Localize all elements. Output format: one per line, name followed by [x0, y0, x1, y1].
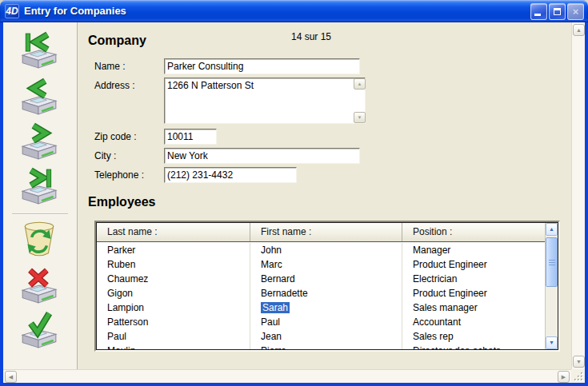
resize-grip[interactable]: [571, 369, 585, 383]
next-record-button[interactable]: [18, 121, 61, 161]
last-record-button[interactable]: [18, 166, 61, 206]
cell-first-name[interactable]: Bernard: [261, 273, 295, 285]
cell-position[interactable]: Manager: [413, 245, 450, 256]
cell-first-name[interactable]: Marc: [261, 259, 282, 270]
scrollbar-grip-icon: [549, 260, 555, 266]
cell-position[interactable]: Sales manager: [413, 302, 478, 313]
city-field[interactable]: [164, 148, 360, 164]
cell-last-name[interactable]: Parker: [107, 245, 135, 256]
cell-first-name[interactable]: Paul: [261, 316, 280, 328]
cell-first-name[interactable]: Pierre: [261, 345, 286, 349]
list-scrollbar[interactable]: ▲ ▼: [545, 223, 558, 349]
cell-last-name[interactable]: Chaumez: [107, 273, 148, 285]
zip-label: Zip code :: [94, 131, 137, 142]
delete-record-icon: [18, 219, 61, 259]
last-record-icon: [18, 166, 61, 206]
minimize-button[interactable]: [530, 3, 547, 20]
scroll-up-icon: ▲: [576, 27, 582, 33]
cell-last-name[interactable]: Lampion: [107, 302, 144, 313]
toolbar-separator: [12, 213, 68, 215]
scroll-down-icon: ▼: [576, 359, 582, 364]
cancel-record-icon: [18, 265, 61, 305]
window-body: Company 14 sur 15 Name : Address : 1266 …: [3, 22, 585, 383]
delete-record-button[interactable]: [18, 219, 61, 259]
address-field[interactable]: 1266 N Patterson St: [164, 78, 366, 124]
address-scroll-up-button[interactable]: ▲: [354, 78, 366, 90]
window-border-bottom: [0, 383, 588, 386]
table-row-clipped[interactable]: Moulin Pierre Directeur des achats: [97, 344, 545, 349]
scroll-left-icon: ◀: [9, 374, 13, 380]
cell-position[interactable]: Electrician: [413, 273, 457, 285]
column-header-first-name[interactable]: First name :: [250, 223, 402, 241]
table-row[interactable]: Ruben Marc Product Engineer: [97, 257, 545, 272]
maximize-button[interactable]: [549, 3, 566, 20]
window-scroll-down-button[interactable]: ▼: [573, 356, 585, 368]
table-row[interactable]: Paul Jean Sales rep: [97, 329, 545, 344]
window-scroll-left-button[interactable]: ◀: [5, 371, 17, 383]
window-border-right: [585, 22, 588, 383]
telephone-field[interactable]: [164, 167, 297, 183]
first-record-button[interactable]: [18, 30, 61, 70]
minimize-icon: [534, 14, 541, 16]
scroll-right-icon: ▶: [562, 374, 566, 380]
app-window: 4D Entry for Companies ×: [0, 0, 588, 386]
cell-last-name[interactable]: Ruben: [107, 259, 135, 270]
cell-first-name-selected[interactable]: Sarah: [261, 302, 290, 313]
cell-position[interactable]: Sales rep: [413, 331, 454, 342]
4d-logo-icon: 4D: [5, 4, 19, 18]
scroll-down-icon: ▼: [358, 115, 362, 120]
cell-last-name[interactable]: Paul: [107, 331, 126, 342]
scroll-down-icon: ▼: [549, 340, 554, 345]
cancel-record-button[interactable]: [18, 265, 61, 305]
first-record-icon: [18, 30, 61, 70]
record-counter: 14 sur 15: [291, 31, 331, 42]
table-row[interactable]: Parker John Manager: [97, 243, 545, 257]
window-scroll-right-button[interactable]: ▶: [558, 371, 570, 383]
address-scroll-down-button[interactable]: ▼: [354, 112, 366, 123]
window-vertical-scrollbar[interactable]: ▲ ▼: [571, 22, 585, 369]
table-row[interactable]: Chaumez Bernard Electrician: [97, 272, 545, 286]
window-scroll-up-button[interactable]: ▲: [573, 24, 585, 36]
maximize-icon: [554, 8, 561, 15]
cell-position[interactable]: Directeur des achats: [413, 345, 501, 349]
cell-first-name[interactable]: Bernadette: [261, 288, 308, 299]
name-label: Name :: [94, 61, 126, 72]
cell-first-name[interactable]: Jean: [261, 331, 282, 342]
record-toolbar: [3, 22, 78, 369]
previous-record-icon: [18, 77, 61, 117]
table-row-selected[interactable]: Lampion Sarah Sales manager: [97, 300, 545, 315]
scroll-up-icon: ▲: [549, 226, 554, 232]
table-row[interactable]: Gigon Bernadette Product Engineer: [97, 286, 545, 300]
name-field[interactable]: [164, 58, 360, 74]
table-row[interactable]: Patterson Paul Accountant: [97, 315, 545, 329]
list-scrollbar-thumb[interactable]: [546, 237, 558, 287]
close-icon: ×: [568, 6, 583, 18]
column-header-position[interactable]: Position :: [402, 223, 545, 241]
previous-record-button[interactable]: [18, 77, 61, 117]
employees-heading: Employees: [88, 195, 155, 209]
cell-last-name[interactable]: Patterson: [107, 316, 148, 328]
window-horizontal-scrollbar[interactable]: ◀ ▶: [3, 369, 571, 383]
next-record-icon: [18, 121, 61, 161]
column-header-last-name[interactable]: Last name :: [97, 223, 250, 241]
city-label: City :: [94, 150, 116, 161]
list-scroll-down-button[interactable]: ▼: [546, 336, 558, 349]
accept-record-icon: [18, 310, 61, 350]
cell-first-name[interactable]: John: [261, 245, 282, 256]
list-scroll-up-button[interactable]: ▲: [546, 223, 558, 236]
cell-position[interactable]: Accountant: [413, 316, 461, 328]
telephone-label: Telephone :: [94, 169, 144, 181]
cell-position[interactable]: Product Engineer: [413, 288, 487, 299]
address-label: Address :: [94, 80, 135, 91]
cell-last-name[interactable]: Gigon: [107, 288, 133, 299]
zip-field[interactable]: [164, 129, 217, 145]
window-title: Entry for Companies: [24, 5, 126, 17]
cell-last-name[interactable]: Moulin: [107, 345, 135, 349]
cell-position[interactable]: Product Engineer: [413, 259, 487, 270]
titlebar[interactable]: 4D Entry for Companies ×: [0, 0, 588, 22]
accept-record-button[interactable]: [18, 310, 61, 350]
window-controls: ×: [530, 3, 584, 20]
scroll-up-icon: ▲: [358, 82, 362, 86]
close-button[interactable]: ×: [567, 3, 584, 20]
company-heading: Company: [88, 34, 146, 48]
